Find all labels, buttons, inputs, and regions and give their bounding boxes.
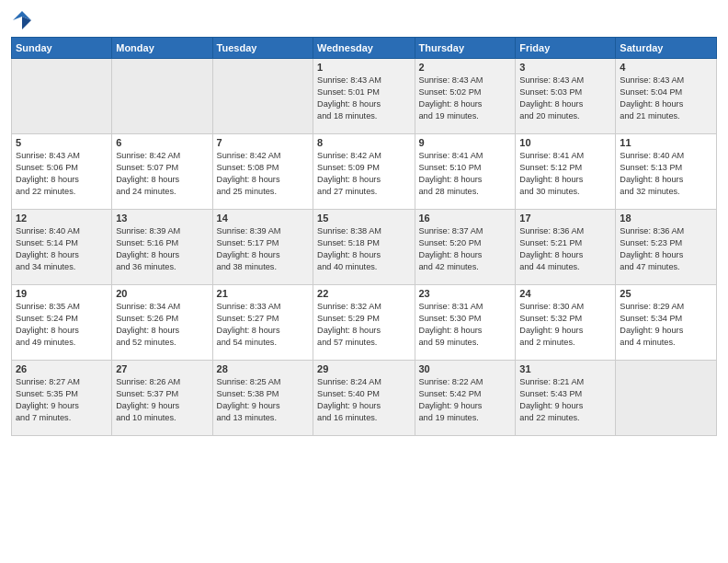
day-number: 30 [419,363,512,374]
day-number: 11 [620,137,712,148]
day-number: 9 [419,137,512,148]
calendar-cell: 8Sunrise: 8:42 AM Sunset: 5:09 PM Daylig… [313,134,415,210]
day-number: 19 [16,288,108,299]
day-number: 2 [419,62,512,73]
day-info: Sunrise: 8:41 AM Sunset: 5:12 PM Dayligh… [519,150,611,198]
calendar-cell: 21Sunrise: 8:33 AM Sunset: 5:27 PM Dayli… [212,285,313,361]
logo [11,9,37,31]
day-info: Sunrise: 8:22 AM Sunset: 5:42 PM Dayligh… [419,376,512,424]
logo-icon [11,9,33,31]
weekday-header-sunday: Sunday [12,38,112,59]
day-number: 15 [317,213,410,224]
weekday-header-saturday: Saturday [616,38,717,59]
day-info: Sunrise: 8:36 AM Sunset: 5:23 PM Dayligh… [620,225,712,273]
day-number: 22 [317,288,410,299]
calendar-cell: 15Sunrise: 8:38 AM Sunset: 5:18 PM Dayli… [313,210,415,285]
day-info: Sunrise: 8:34 AM Sunset: 5:26 PM Dayligh… [116,301,208,349]
week-row-4: 19Sunrise: 8:35 AM Sunset: 5:24 PM Dayli… [12,285,717,361]
day-number: 14 [217,213,309,224]
calendar-cell: 26Sunrise: 8:27 AM Sunset: 5:35 PM Dayli… [12,361,112,436]
calendar-table: SundayMondayTuesdayWednesdayThursdayFrid… [11,37,717,436]
day-number: 18 [620,213,712,224]
day-info: Sunrise: 8:21 AM Sunset: 5:43 PM Dayligh… [519,376,611,424]
weekday-header-monday: Monday [112,38,212,59]
day-info: Sunrise: 8:43 AM Sunset: 5:03 PM Dayligh… [519,75,611,122]
day-number: 26 [16,363,108,374]
day-info: Sunrise: 8:24 AM Sunset: 5:40 PM Dayligh… [317,376,410,424]
calendar-cell: 28Sunrise: 8:25 AM Sunset: 5:38 PM Dayli… [212,361,313,436]
day-number: 28 [217,363,309,374]
day-info: Sunrise: 8:43 AM Sunset: 5:01 PM Dayligh… [317,75,410,122]
header [11,9,717,31]
calendar-container: SundayMondayTuesdayWednesdayThursdayFrid… [0,0,728,563]
day-info: Sunrise: 8:27 AM Sunset: 5:35 PM Dayligh… [16,376,108,424]
day-number: 24 [519,288,611,299]
day-number: 13 [116,213,208,224]
calendar-cell: 17Sunrise: 8:36 AM Sunset: 5:21 PM Dayli… [516,210,616,285]
day-number: 1 [317,62,410,73]
week-row-2: 5Sunrise: 8:43 AM Sunset: 5:06 PM Daylig… [12,134,717,210]
day-number: 8 [317,137,410,148]
calendar-cell [616,361,717,436]
weekday-header-tuesday: Tuesday [212,38,313,59]
calendar-cell: 14Sunrise: 8:39 AM Sunset: 5:17 PM Dayli… [212,210,313,285]
day-number: 23 [419,288,512,299]
day-number: 17 [519,213,611,224]
day-info: Sunrise: 8:29 AM Sunset: 5:34 PM Dayligh… [620,301,712,349]
day-info: Sunrise: 8:43 AM Sunset: 5:02 PM Dayligh… [419,75,512,122]
calendar-cell: 11Sunrise: 8:40 AM Sunset: 5:13 PM Dayli… [616,134,717,210]
calendar-cell: 10Sunrise: 8:41 AM Sunset: 5:12 PM Dayli… [516,134,616,210]
calendar-cell [112,59,212,134]
day-number: 7 [217,137,309,148]
calendar-cell: 2Sunrise: 8:43 AM Sunset: 5:02 PM Daylig… [415,59,516,134]
day-number: 6 [116,137,208,148]
calendar-cell: 4Sunrise: 8:43 AM Sunset: 5:04 PM Daylig… [616,59,717,134]
calendar-cell: 27Sunrise: 8:26 AM Sunset: 5:37 PM Dayli… [112,361,212,436]
week-row-3: 12Sunrise: 8:40 AM Sunset: 5:14 PM Dayli… [12,210,717,285]
calendar-cell: 31Sunrise: 8:21 AM Sunset: 5:43 PM Dayli… [516,361,616,436]
calendar-cell: 22Sunrise: 8:32 AM Sunset: 5:29 PM Dayli… [313,285,415,361]
day-number: 12 [16,213,108,224]
day-number: 27 [116,363,208,374]
calendar-cell: 20Sunrise: 8:34 AM Sunset: 5:26 PM Dayli… [112,285,212,361]
day-number: 16 [419,213,512,224]
day-number: 10 [519,137,611,148]
calendar-cell: 23Sunrise: 8:31 AM Sunset: 5:30 PM Dayli… [415,285,516,361]
day-number: 20 [116,288,208,299]
day-info: Sunrise: 8:43 AM Sunset: 5:06 PM Dayligh… [16,150,108,198]
calendar-cell: 18Sunrise: 8:36 AM Sunset: 5:23 PM Dayli… [616,210,717,285]
day-info: Sunrise: 8:32 AM Sunset: 5:29 PM Dayligh… [317,301,410,349]
day-number: 31 [519,363,611,374]
day-info: Sunrise: 8:40 AM Sunset: 5:13 PM Dayligh… [620,150,712,198]
weekday-header-wednesday: Wednesday [313,38,415,59]
day-info: Sunrise: 8:40 AM Sunset: 5:14 PM Dayligh… [16,225,108,273]
day-number: 25 [620,288,712,299]
calendar-cell: 1Sunrise: 8:43 AM Sunset: 5:01 PM Daylig… [313,59,415,134]
calendar-cell: 3Sunrise: 8:43 AM Sunset: 5:03 PM Daylig… [516,59,616,134]
day-info: Sunrise: 8:42 AM Sunset: 5:08 PM Dayligh… [217,150,309,198]
week-row-1: 1Sunrise: 8:43 AM Sunset: 5:01 PM Daylig… [12,59,717,134]
day-number: 21 [217,288,309,299]
day-info: Sunrise: 8:26 AM Sunset: 5:37 PM Dayligh… [116,376,208,424]
day-info: Sunrise: 8:37 AM Sunset: 5:20 PM Dayligh… [419,225,512,273]
calendar-cell: 12Sunrise: 8:40 AM Sunset: 5:14 PM Dayli… [12,210,112,285]
day-info: Sunrise: 8:36 AM Sunset: 5:21 PM Dayligh… [519,225,611,273]
calendar-cell: 9Sunrise: 8:41 AM Sunset: 5:10 PM Daylig… [415,134,516,210]
day-number: 3 [519,62,611,73]
calendar-cell: 16Sunrise: 8:37 AM Sunset: 5:20 PM Dayli… [415,210,516,285]
calendar-cell: 7Sunrise: 8:42 AM Sunset: 5:08 PM Daylig… [212,134,313,210]
calendar-cell: 29Sunrise: 8:24 AM Sunset: 5:40 PM Dayli… [313,361,415,436]
week-row-5: 26Sunrise: 8:27 AM Sunset: 5:35 PM Dayli… [12,361,717,436]
weekday-header-friday: Friday [516,38,616,59]
day-info: Sunrise: 8:39 AM Sunset: 5:17 PM Dayligh… [217,225,309,273]
calendar-cell: 24Sunrise: 8:30 AM Sunset: 5:32 PM Dayli… [516,285,616,361]
day-info: Sunrise: 8:39 AM Sunset: 5:16 PM Dayligh… [116,225,208,273]
day-info: Sunrise: 8:35 AM Sunset: 5:24 PM Dayligh… [16,301,108,349]
weekday-header-thursday: Thursday [415,38,516,59]
day-number: 5 [16,137,108,148]
svg-marker-1 [22,17,31,29]
calendar-cell: 5Sunrise: 8:43 AM Sunset: 5:06 PM Daylig… [12,134,112,210]
calendar-cell: 30Sunrise: 8:22 AM Sunset: 5:42 PM Dayli… [415,361,516,436]
weekday-header-row: SundayMondayTuesdayWednesdayThursdayFrid… [12,38,717,59]
day-info: Sunrise: 8:33 AM Sunset: 5:27 PM Dayligh… [217,301,309,349]
